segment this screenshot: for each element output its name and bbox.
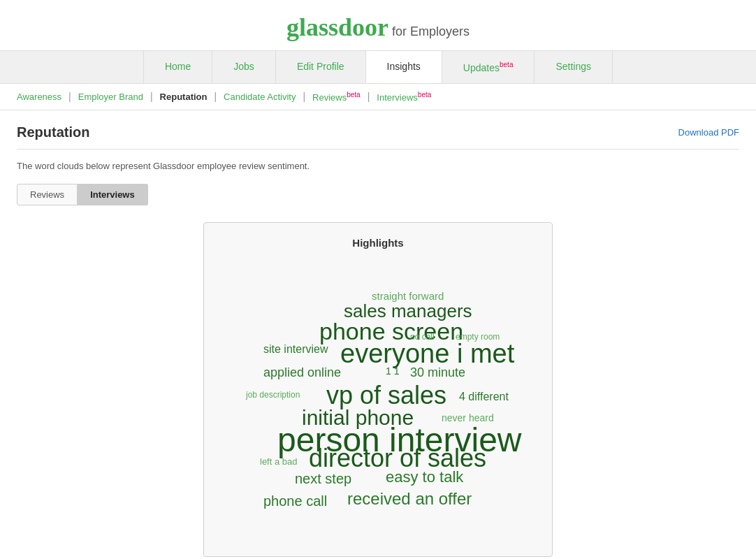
word-cloud-word: job description	[246, 391, 300, 400]
updates-beta-badge: beta	[500, 61, 513, 68]
nav-settings[interactable]: Settings	[535, 51, 613, 83]
sep3: |	[214, 91, 217, 102]
word-cloud-word: phone call	[263, 493, 327, 509]
subnav-employer-brand[interactable]: Employer Brand	[73, 92, 149, 102]
page-content: Reputation Download PDF The word clouds …	[0, 110, 756, 559]
word-cloud-word: everyone i met	[340, 340, 514, 369]
word-cloud-word: 1 1	[386, 366, 399, 377]
word-cloud-word: received an offer	[347, 490, 472, 508]
nav-jobs[interactable]: Jobs	[212, 51, 276, 83]
sep4: |	[303, 91, 305, 102]
subnav-awareness[interactable]: Awareness	[11, 92, 67, 102]
header: glassdoor for Employers	[0, 0, 756, 50]
word-cloud-word: next step	[295, 471, 351, 486]
interviews-beta-badge: beta	[418, 91, 431, 99]
header-subtitle: for Employers	[388, 24, 470, 38]
page-header: Reputation Download PDF	[17, 124, 739, 150]
sep2: |	[150, 91, 153, 102]
logo: glassdoor	[286, 13, 388, 41]
subnav-candidate-activity[interactable]: Candidate Activity	[218, 92, 301, 102]
tab-reviews[interactable]: Reviews	[17, 184, 78, 205]
download-pdf-link[interactable]: Download PDF	[678, 127, 739, 138]
nav-edit-profile[interactable]: Edit Profile	[276, 51, 366, 83]
word-cloud-word: applied online	[263, 366, 341, 380]
nav-insights[interactable]: Insights	[366, 51, 442, 83]
subnav-interviews[interactable]: Interviewsbeta	[371, 91, 437, 103]
sub-nav: Awareness | Employer Brand | Reputation …	[0, 84, 756, 110]
subnav-reputation[interactable]: Reputation	[154, 92, 213, 102]
word-cloud-word: easy to talk	[386, 469, 463, 486]
word-cloud-container: Highlights straight forwardsales manager…	[203, 222, 553, 557]
nav-updates[interactable]: Updatesbeta	[442, 51, 535, 83]
tab-bar: Reviews Interviews	[17, 184, 739, 205]
word-cloud-word: vp of sales	[326, 382, 446, 409]
word-cloud-title: Highlights	[225, 237, 531, 249]
word-cloud-word: 4 different	[459, 391, 509, 403]
reviews-beta-badge: beta	[347, 91, 360, 99]
word-cloud-word: 30 minute	[410, 366, 465, 380]
subnav-reviews[interactable]: Reviewsbeta	[307, 91, 366, 103]
word-cloud-word: site interview	[263, 343, 328, 356]
sep1: |	[68, 91, 71, 102]
description: The word clouds below represent Glassdoo…	[17, 161, 739, 171]
word-cloud: straight forwardsales managersphone scre…	[225, 263, 531, 535]
nav-home[interactable]: Home	[143, 51, 212, 83]
sep5: |	[368, 91, 370, 102]
main-nav: Home Jobs Edit Profile Insights Updatesb…	[0, 50, 756, 84]
page-title: Reputation	[17, 124, 89, 140]
tab-interviews[interactable]: Interviews	[78, 184, 148, 205]
word-cloud-word: left a bad	[260, 457, 298, 467]
